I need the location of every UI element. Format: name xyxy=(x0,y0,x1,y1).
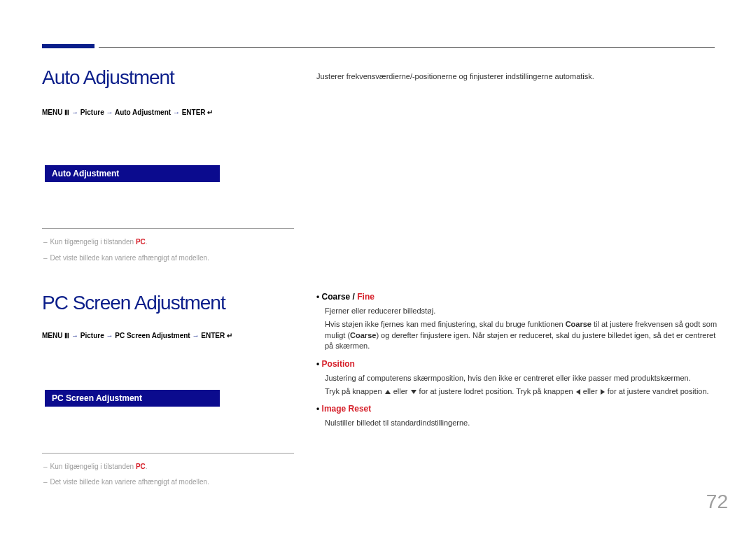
down-icon xyxy=(411,390,416,394)
item-coarse-desc1: Fjerner eller reducerer billedstøj. xyxy=(325,306,719,316)
footnote-2a: –Kun tilgængelig i tilstanden PC. xyxy=(43,463,148,470)
breadcrumb-sep: → xyxy=(106,332,115,339)
breadcrumb-sep: → xyxy=(106,108,114,116)
breadcrumb-part: Picture xyxy=(80,332,104,339)
footnote-1b: –Det viste billede kan variere afhængigt… xyxy=(43,254,209,262)
page: Auto Adjustment MENU Ⅲ → Picture → Auto … xyxy=(0,0,756,534)
item-coarse-title: • Coarse / Fine xyxy=(316,292,719,302)
menu-bar-label: Auto Adjustment xyxy=(52,169,119,178)
item-reset-desc: Nulstiller billedet til standardindstill… xyxy=(325,418,719,428)
breadcrumb-pc: MENU Ⅲ → Picture → PC Screen Adjustment … xyxy=(42,332,232,339)
section-title-auto: Auto Adjustment xyxy=(42,66,174,89)
up-icon xyxy=(385,390,391,394)
breadcrumb-auto: MENU Ⅲ → Picture → Auto Adjustment → ENT… xyxy=(42,108,213,116)
footnote-1a: –Kun tilgængelig i tilstanden PC. xyxy=(43,238,148,246)
breadcrumb-sep: → xyxy=(173,108,182,116)
item-reset-title: • Image Reset xyxy=(316,404,719,414)
section-title-pc: PC Screen Adjustment xyxy=(42,292,225,314)
breadcrumb-enter: ENTER ↵ xyxy=(201,332,232,339)
breadcrumb-part: Picture xyxy=(80,108,104,116)
right-icon xyxy=(601,389,605,395)
left-icon xyxy=(576,389,580,395)
item-coarse-desc2: Hvis støjen ikke fjernes kan med finjust… xyxy=(325,319,719,351)
item-position-desc2: Tryk på knappen eller for at justere lod… xyxy=(325,386,719,397)
breadcrumb-menu: MENU Ⅲ xyxy=(42,332,69,339)
item-position-desc1: Justering af computerens skærmposition, … xyxy=(325,373,719,384)
menu-bar-auto: Auto Adjustment xyxy=(45,165,220,182)
menu-bar-label: PC Screen Adjustment xyxy=(52,393,142,403)
divider-1 xyxy=(42,228,294,229)
page-number: 72 xyxy=(706,491,728,513)
pc-screen-items: • Coarse / Fine Fjerner eller reducerer … xyxy=(316,292,719,429)
breadcrumb-sep: → xyxy=(192,332,201,339)
breadcrumb-part: Auto Adjustment xyxy=(115,108,171,116)
menu-bar-pc: PC Screen Adjustment xyxy=(45,390,220,407)
breadcrumb-part: PC Screen Adjustment xyxy=(115,332,190,339)
header-rule xyxy=(99,47,715,48)
divider-2 xyxy=(42,453,294,454)
auto-adjust-desc: Justerer frekvensværdierne/-positionerne… xyxy=(316,71,708,82)
breadcrumb-enter: ENTER ↵ xyxy=(182,108,214,116)
header-accent xyxy=(42,44,94,48)
footnote-2b: –Det viste billede kan variere afhængigt… xyxy=(43,478,209,486)
breadcrumb-sep: → xyxy=(71,108,80,116)
breadcrumb-menu: MENU Ⅲ xyxy=(42,108,69,116)
item-position-title: • Position xyxy=(316,359,719,369)
breadcrumb-sep: → xyxy=(71,332,80,339)
